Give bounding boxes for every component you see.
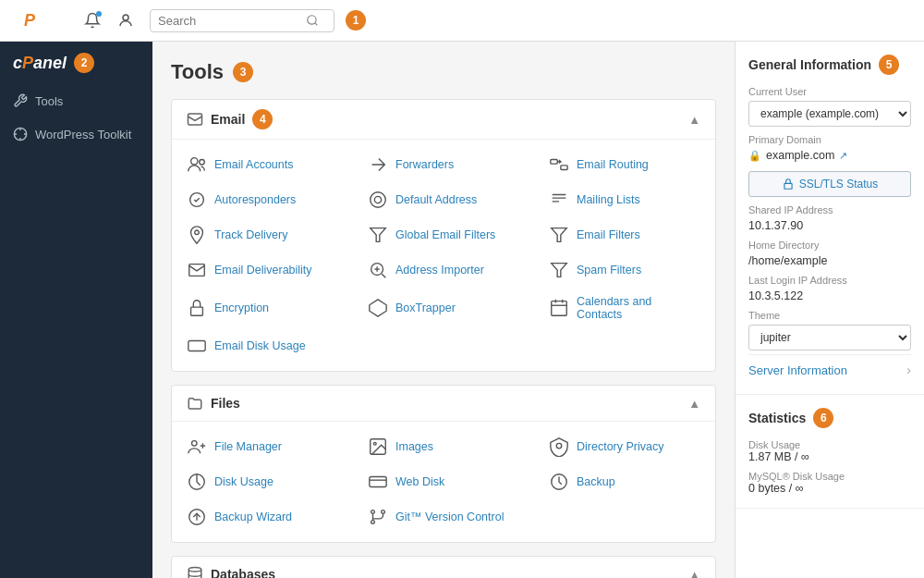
last-login-label: Last Login IP Address: [748, 275, 911, 286]
tool-file-manager[interactable]: File Manager: [172, 429, 353, 464]
step-badge-6: 6: [813, 408, 833, 428]
tool-spam-filters[interactable]: Spam Filters: [534, 252, 715, 288]
svg-point-11: [374, 196, 381, 203]
tool-calendars-contacts[interactable]: Calendars and Contacts: [534, 288, 715, 328]
tool-git-version-control[interactable]: Git™ Version Control: [353, 499, 534, 535]
files-icon: [187, 395, 203, 412]
email-section: Email 4 ▲ Email Accounts Forwarders: [171, 99, 716, 372]
ssl-btn-label: SSL/TLS Status: [799, 178, 878, 191]
email-filters-icon: [549, 225, 569, 245]
domain-row: 🔒 example.com ↗: [748, 149, 911, 162]
svg-line-17: [382, 274, 385, 277]
tool-boxtrapper[interactable]: BoxTrapper: [353, 288, 534, 328]
git-icon: [368, 507, 388, 527]
cpanel-logo-sidebar: cPanel: [13, 54, 67, 73]
tool-backup-wizard[interactable]: Backup Wizard: [172, 499, 353, 535]
tool-autoresponders[interactable]: Autoresponders: [172, 182, 353, 217]
page-title: Tools: [171, 60, 224, 84]
tool-directory-privacy[interactable]: Directory Privacy: [534, 429, 715, 464]
svg-line-2: [315, 23, 318, 26]
user-button[interactable]: [113, 7, 139, 33]
chevron-right-icon: ›: [906, 363, 911, 377]
databases-section-header: Databases ▲: [172, 557, 715, 578]
email-icon: [187, 111, 203, 128]
tool-encryption[interactable]: Encryption: [172, 288, 353, 328]
databases-section: Databases ▲ phpMyAdmin MySQL® Databases: [171, 556, 716, 578]
external-link-icon[interactable]: ↗: [839, 150, 847, 162]
files-section: Files ▲ File Manager Images Dir: [171, 385, 716, 543]
mysql-disk-value: 0 bytes / ∞: [748, 482, 911, 495]
tool-email-deliverability[interactable]: Email Deliverability: [172, 252, 353, 288]
theme-select[interactable]: jupiter: [748, 325, 911, 350]
home-dir-label: Home Directory: [748, 240, 911, 251]
sidebar: cPanel 2 Tools WordPress Toolkit: [0, 42, 152, 578]
databases-collapse-btn[interactable]: ▲: [688, 568, 700, 579]
notifications-button[interactable]: [79, 7, 105, 33]
tool-mailing-lists[interactable]: Mailing Lists: [534, 182, 715, 217]
databases-icon: [187, 566, 203, 578]
server-info-row[interactable]: Server Information ›: [748, 359, 911, 381]
svg-rect-23: [552, 301, 567, 316]
statistics-title: Statistics 6: [748, 408, 911, 428]
tool-email-accounts[interactable]: Email Accounts: [172, 147, 353, 182]
ssl-icon: [782, 178, 795, 191]
step-badge-4: 4: [252, 109, 273, 129]
email-disk-icon: [187, 336, 207, 356]
svg-rect-50: [784, 183, 792, 189]
backup-wizard-icon: [187, 507, 207, 527]
global-filters-icon: [368, 225, 388, 245]
search-icon: [306, 14, 319, 27]
email-routing-icon: [549, 154, 569, 175]
tool-email-filters[interactable]: Email Filters: [534, 217, 715, 252]
tool-forwarders[interactable]: Forwarders: [353, 147, 534, 182]
current-user-select[interactable]: example (example.com): [748, 101, 911, 127]
svg-marker-22: [370, 300, 386, 316]
topbar: cPanel 1: [0, 0, 924, 42]
svg-point-6: [200, 160, 205, 166]
svg-point-12: [195, 230, 200, 235]
tool-email-routing[interactable]: Email Routing: [534, 147, 715, 182]
tool-images[interactable]: Images: [353, 429, 534, 464]
search-bar[interactable]: [150, 9, 334, 32]
email-tools-grid: Email Accounts Forwarders Email Routing …: [172, 140, 715, 371]
sidebar-item-wordpress[interactable]: WordPress Toolkit: [0, 117, 152, 151]
tool-address-importer[interactable]: Address Importer: [353, 252, 534, 288]
tool-default-address[interactable]: Default Address: [353, 182, 534, 217]
tool-track-delivery[interactable]: Track Delivery: [172, 217, 353, 252]
tool-backup[interactable]: Backup: [534, 464, 715, 499]
files-collapse-btn[interactable]: ▲: [688, 397, 700, 411]
notification-dot: [96, 11, 102, 17]
disk-usage-label: Disk Usage: [748, 439, 911, 450]
files-tools-grid: File Manager Images Directory Privacy Di…: [172, 422, 715, 542]
sidebar-item-tools[interactable]: Tools: [0, 84, 152, 117]
svg-rect-21: [191, 307, 203, 315]
statistics-section: Statistics 6 Disk Usage 1.87 MB / ∞ MySQ…: [736, 395, 924, 509]
web-disk-icon: [368, 472, 388, 492]
tool-disk-usage[interactable]: Disk Usage: [172, 464, 353, 499]
svg-point-43: [382, 510, 385, 514]
step-badge-5: 5: [879, 55, 899, 75]
email-accounts-icon: [187, 154, 207, 175]
tool-email-disk-usage[interactable]: Email Disk Usage: [172, 328, 353, 363]
tool-web-disk[interactable]: Web Disk: [353, 464, 534, 499]
shared-ip-label: Shared IP Address: [748, 204, 911, 215]
sidebar-wordpress-label: WordPress Toolkit: [35, 128, 131, 141]
cpanel-logo-top: cPanel: [15, 11, 68, 31]
disk-usage-icon: [187, 472, 207, 492]
encryption-icon: [187, 298, 207, 318]
forwarders-icon: [368, 154, 388, 175]
theme-label: Theme: [748, 310, 911, 321]
address-importer-icon: [368, 260, 388, 280]
svg-point-45: [188, 568, 201, 572]
page-title-row: Tools 3: [171, 60, 716, 84]
tool-global-email-filters[interactable]: Global Email Filters: [353, 217, 534, 252]
ssl-tls-button[interactable]: SSL/TLS Status: [748, 171, 911, 197]
sidebar-tools-label: Tools: [35, 94, 63, 108]
general-info-title: General Information 5: [748, 55, 911, 75]
svg-rect-7: [551, 160, 557, 165]
topbar-icons: [79, 7, 139, 33]
search-input[interactable]: [158, 14, 306, 28]
email-collapse-btn[interactable]: ▲: [688, 113, 700, 127]
databases-label: Databases: [211, 567, 275, 578]
server-info-label: Server Information: [748, 363, 847, 377]
